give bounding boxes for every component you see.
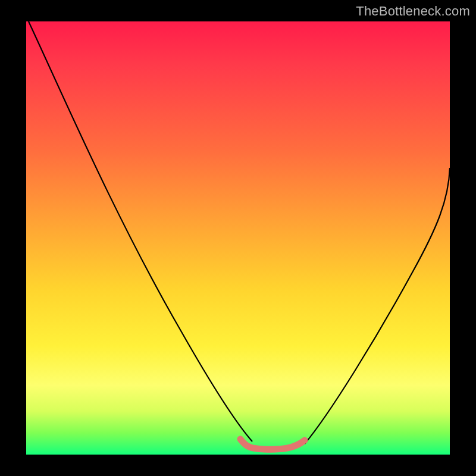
- right-curve: [305, 168, 450, 444]
- watermark-text: TheBottleneck.com: [356, 4, 470, 19]
- plot-area: [26, 21, 450, 455]
- left-curve: [29, 21, 252, 441]
- flat-segment: [240, 439, 305, 449]
- curve-layer: [26, 21, 450, 455]
- chart-frame: TheBottleneck.com: [0, 0, 476, 476]
